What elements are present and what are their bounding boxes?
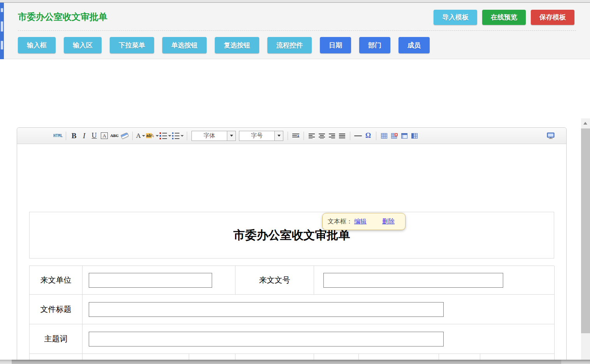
label-source-unit: 来文单位 — [30, 266, 83, 295]
button-label: 复选按钮 — [224, 41, 250, 50]
input-doc-title[interactable] — [89, 302, 444, 317]
button-label: 输入区 — [73, 41, 93, 50]
label-doc-title: 文件标题 — [30, 295, 83, 324]
strip-fragment — [1, 41, 3, 49]
italic-icon[interactable]: I — [79, 131, 89, 141]
button-label: 保存模板 — [539, 13, 566, 22]
tool-button-checkbox[interactable]: 复选按钮 — [215, 37, 259, 53]
font-family-select[interactable]: 字体 — [191, 131, 236, 141]
align-right-icon[interactable] — [327, 131, 337, 141]
toolbar-separator — [304, 132, 304, 140]
strip-fragment — [1, 8, 3, 12]
font-color-icon[interactable]: A — [136, 131, 145, 141]
window-top-edge — [0, 0, 590, 3]
tool-button-flow-control[interactable]: 流程控件 — [267, 37, 312, 53]
horizontal-rule-icon[interactable] — [353, 131, 363, 141]
form-table: 来文单位 来文文号 文件标题 主题词 收文编号 — [29, 266, 554, 364]
align-center-icon[interactable] — [317, 131, 327, 141]
button-label: 下拉菜单 — [119, 41, 145, 50]
page-title: 市委办公室收文审批单 — [18, 11, 107, 23]
table-properties-icon[interactable] — [400, 131, 409, 141]
button-label: 单选按钮 — [171, 41, 198, 50]
toolbar-separator — [288, 132, 288, 140]
unordered-list-icon[interactable] — [172, 131, 184, 141]
scroll-up-arrow-icon[interactable] — [583, 122, 587, 125]
input-source-doc-no[interactable] — [323, 273, 503, 288]
special-char-icon[interactable]: Ω — [363, 131, 373, 141]
strip-fragment — [1, 21, 3, 32]
tool-button-radio[interactable]: 单选按钮 — [162, 37, 207, 53]
button-label: 导入模板 — [442, 13, 469, 22]
horizontal-scrollbar-thumb[interactable] — [12, 360, 561, 364]
toolbar-separator — [66, 132, 66, 140]
cell-source-doc-no — [314, 266, 555, 295]
widget-tooltip: 文本框： 编辑 删除 — [322, 213, 406, 230]
scrollbar-thumb[interactable] — [581, 128, 590, 333]
editor-toolbar: HTML B I U A ABC A ab✎ — [17, 128, 566, 144]
edit-link[interactable]: 编辑 — [354, 218, 367, 226]
input-source-unit[interactable] — [89, 273, 212, 288]
button-label: 日期 — [329, 41, 342, 50]
vertical-scrollbar[interactable] — [581, 118, 590, 364]
tool-button-member[interactable]: 成员 — [399, 37, 430, 53]
underline-icon[interactable]: U — [90, 131, 99, 141]
cell-subject-words — [83, 324, 555, 354]
header-panel: 市委办公室收文审批单 导入模板 在线预览 保存模板 输入框 输入区 — [4, 3, 590, 59]
horizontal-scrollbar[interactable] — [0, 360, 590, 364]
button-label: 流程控件 — [276, 41, 303, 50]
richtext-editor-panel: HTML B I U A ABC A ab✎ — [17, 127, 567, 364]
strikethrough-icon[interactable]: ABC — [110, 131, 119, 141]
toolbar-separator — [132, 132, 133, 140]
remove-format-icon[interactable] — [120, 131, 129, 141]
indent-icon[interactable] — [291, 131, 300, 141]
editor-document[interactable]: 市委办公室收文审批单 来文单位 来文文号 文件标题 主题词 — [17, 144, 566, 364]
button-label: 部门 — [368, 41, 381, 50]
fullscreen-icon[interactable] — [546, 131, 555, 141]
label-source-doc-no: 来文文号 — [235, 266, 314, 295]
dotted-divider — [18, 30, 576, 31]
button-label: 在线预览 — [491, 13, 517, 22]
button-label: 输入框 — [27, 41, 47, 50]
background-page-strip — [0, 3, 4, 59]
content-area: HTML B I U A ABC A ab✎ — [0, 59, 590, 364]
cell-doc-title — [83, 295, 555, 324]
tooltip-label: 文本框： — [328, 218, 353, 226]
highlight-color-icon[interactable]: ab✎ — [146, 131, 159, 141]
delete-table-icon[interactable] — [390, 131, 399, 141]
form-control-toolbar: 输入框 输入区 下拉菜单 单选按钮 复选按钮 流程控件 日期 — [18, 37, 430, 53]
source-code-icon[interactable]: HTML — [53, 131, 63, 141]
tool-button-dropdown[interactable]: 下拉菜单 — [110, 37, 154, 53]
toolbar-separator — [376, 132, 376, 140]
tool-button-date[interactable]: 日期 — [320, 37, 351, 53]
tool-button-department[interactable]: 部门 — [359, 37, 390, 53]
header-action-button-import[interactable]: 导入模板 — [434, 10, 477, 25]
label-subject-words: 主题词 — [30, 324, 83, 354]
header-action-button-preview[interactable]: 在线预览 — [482, 10, 526, 25]
toolbar-separator — [350, 132, 350, 140]
header-actions: 导入模板 在线预览 保存模板 — [434, 10, 574, 25]
font-size-select[interactable]: 字号 — [239, 131, 283, 141]
delete-link[interactable]: 删除 — [382, 218, 395, 226]
button-label: 成员 — [407, 41, 421, 50]
insert-table-icon[interactable] — [379, 131, 389, 141]
scrollbar-corner — [0, 360, 12, 364]
tool-button-input-box[interactable]: 输入框 — [18, 37, 56, 53]
tool-button-input-area[interactable]: 输入区 — [64, 37, 102, 53]
cell-properties-icon[interactable] — [410, 131, 419, 141]
cell-source-unit — [83, 266, 235, 295]
document-title-block: 市委办公室收文审批单 — [29, 212, 554, 258]
toolbar-separator — [187, 132, 187, 140]
bold-icon[interactable]: B — [69, 131, 79, 141]
input-subject-words[interactable] — [89, 332, 444, 346]
chevron-down-icon[interactable] — [274, 131, 283, 141]
ordered-list-icon[interactable] — [160, 131, 171, 141]
header-action-button-save[interactable]: 保存模板 — [531, 10, 574, 25]
char-style-icon[interactable]: A — [101, 132, 107, 139]
chevron-down-icon[interactable] — [227, 131, 235, 141]
align-justify-icon[interactable] — [337, 131, 347, 141]
align-left-icon[interactable] — [307, 131, 316, 141]
